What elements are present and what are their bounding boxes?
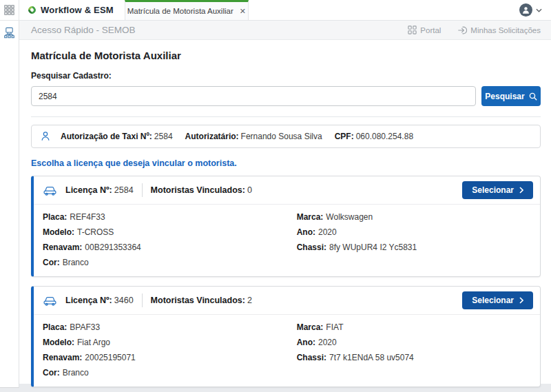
field-marca: Marca:FIAT	[297, 320, 531, 335]
field-value: 00B291353364	[85, 243, 141, 252]
chevron-down-icon	[536, 8, 542, 12]
field-value: Branco	[63, 258, 89, 267]
vehicle-fields-left: Placa:REF4F33 Modelo:T-CROSS Renavam:00B…	[43, 209, 297, 270]
field-renavam: Renavam:00B291353364	[43, 240, 297, 255]
select-license-button[interactable]: Selecionar	[462, 291, 533, 309]
field-modelo: Modelo:Fiat Argo	[43, 335, 297, 350]
tab-close-icon[interactable]: ✕	[240, 8, 246, 15]
header-divider	[142, 183, 143, 197]
field-value: 2020	[318, 227, 337, 237]
authorization-holder: Autorizatário:Fernando Sousa Silva	[185, 132, 322, 141]
license-card-body: Placa:REF4F33 Modelo:T-CROSS Renavam:00B…	[34, 205, 540, 276]
field-chassi: Chassi:7t7 k1ENdA 58 uv5074	[297, 350, 531, 365]
taxi-authorization-label: Autorização de Taxi Nº:	[61, 132, 152, 141]
field-label: Modelo:	[43, 227, 74, 237]
field-label: Chassi:	[297, 353, 326, 362]
main-area: Acesso Rápido - SEMOB Portal	[19, 21, 551, 392]
select-button-label: Selecionar	[472, 185, 514, 195]
field-label: Marca:	[297, 212, 324, 222]
quick-access-bar: Acesso Rápido - SEMOB Portal	[19, 21, 551, 40]
chevron-right-icon	[519, 187, 523, 194]
search-icon	[529, 92, 537, 101]
field-placa: Placa:REF4F33	[43, 209, 297, 225]
field-label: Cor:	[43, 368, 60, 378]
field-cor: Cor:Branco	[43, 255, 297, 270]
license-number: Licença Nº:2584	[65, 185, 134, 195]
app-logo-icon	[27, 5, 37, 15]
field-label: Renavam:	[43, 243, 82, 252]
page-title: Matrícula de Motorista Auxiliar	[31, 50, 541, 61]
vehicle-fields-right: Marca:FIAT Ano:2020 Chassi:7t7 k1ENdA 58…	[297, 320, 531, 380]
license-number-value: 2584	[114, 185, 134, 195]
license-card-2584: Licença Nº:2584 Motoristas Vinculados:0 …	[31, 176, 541, 277]
section-divider	[31, 116, 541, 117]
body-row: Acesso Rápido - SEMOB Portal	[0, 21, 551, 392]
field-label: Renavam:	[43, 353, 82, 362]
field-ano: Ano:2020	[297, 225, 531, 240]
apps-menu-button[interactable]	[0, 0, 19, 20]
field-value: BPAF33	[70, 322, 100, 332]
field-value: 7t7 k1ENdA 58 uv5074	[329, 353, 414, 362]
license-card-header: Licença Nº:3460 Motoristas Vinculados:2 …	[34, 287, 540, 315]
choose-license-instruction: Escolha a licença que deseja vincular o …	[31, 158, 541, 168]
field-renavam: Renavam:20025195071	[43, 350, 297, 365]
my-requests-link[interactable]: Minhas Solicitações	[457, 25, 541, 35]
chevron-right-icon	[519, 297, 523, 304]
field-value: 2020	[318, 338, 337, 347]
field-value: Branco	[63, 368, 89, 378]
authorization-info-box: Autorização de Taxi Nº:2584 Autorizatári…	[31, 125, 541, 148]
tab-label: Matrícula de Motorista Auxiliar	[127, 7, 233, 15]
my-requests-label: Minhas Solicitações	[470, 26, 541, 34]
cpf: CPF:060.080.254.88	[335, 132, 413, 141]
tab-matricula-motorista-auxiliar[interactable]: Matrícula de Motorista Auxiliar ✕	[125, 0, 249, 20]
field-value: 8fy WUpUR4 I2 Yc5831	[329, 243, 417, 252]
linked-drivers: Motoristas Vinculados:0	[151, 185, 252, 195]
authorization-holder-label: Autorizatário:	[185, 132, 239, 141]
car-icon	[43, 295, 57, 306]
vehicle-fields-left: Placa:BPAF33 Modelo:Fiat Argo Renavam:20…	[43, 320, 297, 380]
license-card-3460: Licença Nº:3460 Motoristas Vinculados:2 …	[31, 286, 541, 387]
search-button-label: Pesquisar	[485, 92, 524, 101]
field-value: REF4F33	[70, 212, 105, 222]
field-label: Cor:	[43, 258, 60, 267]
field-modelo: Modelo:T-CROSS	[43, 225, 297, 240]
app-title: Workflow & ESM	[41, 5, 114, 15]
license-number: Licença Nº:3460	[65, 296, 134, 305]
portal-label: Portal	[420, 26, 441, 34]
sidebar-item-workflow[interactable]	[3, 27, 15, 39]
linked-drivers-value: 0	[247, 185, 252, 195]
person-icon	[40, 131, 51, 142]
linked-drivers-label: Motoristas Vinculados:	[151, 185, 245, 195]
select-license-button[interactable]: Selecionar	[462, 181, 533, 199]
cpf-label: CPF:	[335, 132, 354, 141]
field-value: 20025195071	[85, 353, 135, 362]
user-avatar	[519, 3, 532, 17]
search-button[interactable]: Pesquisar	[481, 86, 541, 106]
license-number-label: Licença Nº:	[65, 185, 112, 195]
taxi-authorization: Autorização de Taxi Nº:2584	[61, 132, 173, 141]
app-brand: Workflow & ESM	[19, 0, 125, 20]
linked-drivers: Motoristas Vinculados:2	[151, 296, 252, 305]
license-number-label: Licença Nº:	[65, 296, 112, 305]
quickbar-title: Acesso Rápido - SEMOB	[31, 25, 136, 35]
user-menu[interactable]	[519, 0, 551, 20]
taxi-authorization-value: 2584	[154, 132, 173, 141]
field-marca: Marca:Wolkswagen	[297, 209, 531, 225]
select-button-label: Selecionar	[472, 296, 514, 305]
search-label: Pesquisar Cadastro:	[31, 71, 541, 81]
license-card-body: Placa:BPAF33 Modelo:Fiat Argo Renavam:20…	[34, 315, 540, 386]
header-divider	[142, 293, 143, 307]
field-value: Fiat Argo	[77, 338, 110, 347]
arrow-right-circle-icon	[457, 25, 467, 35]
field-placa: Placa:BPAF33	[43, 320, 297, 335]
page-content: Matrícula de Motorista Auxiliar Pesquisa…	[19, 40, 551, 384]
license-number-value: 3460	[114, 296, 134, 305]
field-label: Chassi:	[297, 243, 326, 252]
portal-link[interactable]: Portal	[408, 25, 441, 34]
cpf-value: 060.080.254.88	[356, 132, 413, 141]
field-label: Modelo:	[43, 338, 74, 347]
field-label: Placa:	[43, 212, 67, 222]
vehicle-fields-right: Marca:Wolkswagen Ano:2020 Chassi:8fy WUp…	[297, 209, 531, 270]
search-input[interactable]	[31, 86, 476, 106]
authorization-holder-value: Fernando Sousa Silva	[241, 132, 322, 141]
